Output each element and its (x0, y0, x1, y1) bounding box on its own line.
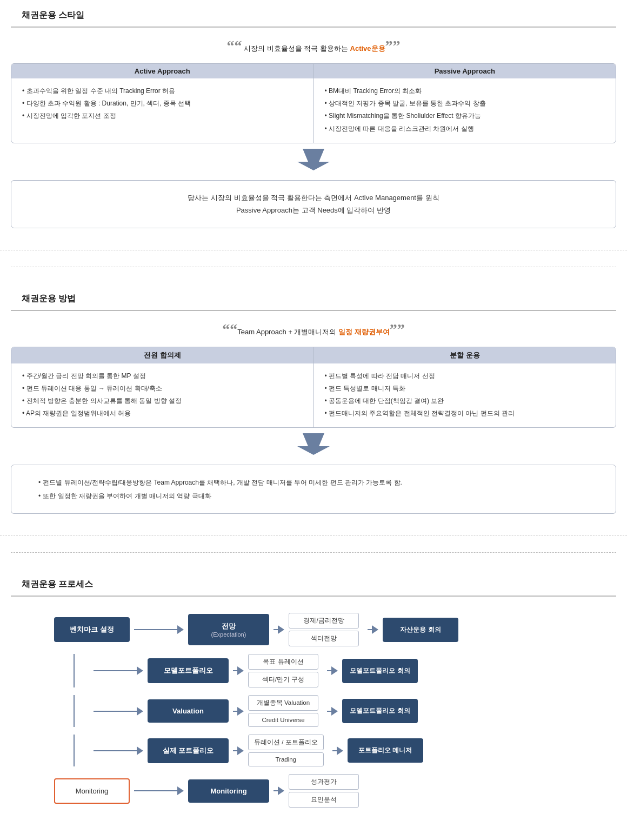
consensus-item-3: 전체적 방향은 충분한 의사교류를 통해 동일 방향 설정 (22, 395, 303, 407)
consensus-box: 전원 합의제 주간/월간 금리 전망 회의를 통한 MP 설정 펀드 듀레이션 … (11, 347, 314, 428)
expectation-box: 전망 (Expectation) (188, 614, 269, 645)
consensus-item-1: 주간/월간 금리 전망 회의를 통한 MP 설정 (22, 370, 303, 382)
sector-outlook-box: 섹터전망 (289, 631, 359, 646)
split-item-2: 펀드 특성별로 매니저 특화 (325, 382, 605, 395)
actual-portfolio-title: 실제 포트폴리오 (156, 746, 220, 756)
monitoring-left-label: Monitoring (76, 787, 109, 795)
split-item-1: 펀드별 특성에 따라 전담 매니저 선정 (325, 370, 605, 382)
left-quote-mark: ““ (226, 37, 242, 54)
quote-prefix: 시장의 비효율성을 적극 활용하는 (242, 44, 350, 52)
arrow-r4 (137, 746, 143, 755)
passive-approach-box: Passive Approach BM대비 Tracking Error의 최소… (314, 64, 616, 143)
split-item-4: 펀드매니저의 주요역할은 전체적인 전략결정이 아닌 펀드의 관리 (325, 407, 605, 420)
valuation-box: Valuation (148, 699, 229, 723)
arrow-r2 (137, 666, 143, 675)
economic-outlook-box: 경제/금리전망 (289, 613, 359, 629)
arrow-r3 (137, 707, 143, 716)
summary-box-2: •펀드별 듀레이션/전략수립/대응방향은 Team Approach를 채택하나… (11, 465, 616, 514)
active-content: 초과수익을 위한 일정 수준 내의 Tracking Error 허용 다양한 … (22, 85, 303, 123)
summary-text-1: 당사는 시장의 비효율성을 적극 활용한다는 측면에서 Active Manag… (28, 191, 599, 217)
passive-content: BM대비 Tracking Error의 최소화 상대적인 저평가 종목 발굴,… (325, 85, 605, 135)
passive-item-4: 시장전망에 따른 대응을 리스크관리 차원에서 실행 (325, 123, 605, 135)
consensus-item-2: 펀드 듀레이션 대응 통일 → 듀레이션 확대/축소 (22, 382, 303, 395)
section1-quote: ““ 시장의 비효율성을 적극 활용하는 Active운용”” (11, 38, 616, 54)
split-header: 분할 운용 (314, 347, 616, 363)
split-content: 펀드별 특성에 따라 전담 매니저 선정 펀드 특성별로 매니저 특화 공동운용… (325, 370, 605, 420)
quote-prefix-2: Team Approach + 개별매니저의 (237, 328, 338, 336)
portfolio-manager-box: 포트폴리오 메니저 (348, 738, 423, 763)
arrow-r1 (177, 625, 184, 634)
model-portfolio-title: 모델포트폴리오 (156, 666, 220, 676)
summary-item-2: •또한 일정한 재량권을 부여하여 개별 매니저의 역량 극대화 (38, 490, 599, 502)
expectation-title: 전망 (197, 621, 261, 631)
arrow-r5b (278, 786, 284, 795)
left-quote-mark-2: ““ (222, 321, 237, 338)
method-boxes: 전원 합의제 주간/월간 금리 전망 회의를 통한 MP 설정 펀드 듀레이션 … (11, 347, 616, 428)
benchmark-box: 벤치마크 설정 (54, 617, 130, 642)
active-item-3: 시장전망에 입각한 포지션 조정 (22, 110, 303, 122)
arrow-r1b (278, 625, 284, 634)
target-duration-box: 목표 듀레이션 (248, 654, 318, 670)
split-list: 펀드별 특성에 따라 전담 매니저 선정 펀드 특성별로 매니저 특화 공동운용… (325, 370, 605, 420)
asset-meeting-box: 자산운용 회의 (383, 618, 458, 642)
approach-boxes: Active Approach 초과수익을 위한 일정 수준 내의 Tracki… (11, 63, 616, 143)
right-quote-mark: ”” (385, 37, 401, 54)
active-approach-box: Active Approach 초과수익을 위한 일정 수준 내의 Tracki… (11, 64, 314, 143)
consensus-content: 주간/월간 금리 전망 회의를 통한 MP 설정 펀드 듀레이션 대응 통일 →… (22, 370, 303, 420)
section1-title: 채권운용 스타일 (11, 0, 616, 28)
split-item-3: 공동운용에 대한 단점(책임감 결여) 보완 (325, 395, 605, 407)
passive-header: Passive Approach (314, 64, 616, 78)
svg-marker-1 (297, 433, 330, 455)
valuation-title: Valuation (156, 707, 220, 715)
arrow-r2b (237, 666, 244, 675)
arrow-r5 (177, 786, 184, 795)
quote-highlight-2: 일정 재량권부여 (338, 328, 390, 336)
duration-portfolio-box: 듀레이션 / 포트폴리오 (248, 735, 324, 750)
sector-maturity-box: 섹터/만기 구성 (248, 672, 318, 687)
trading-box: Trading (248, 752, 324, 766)
credit-universe-box: Credit Universe (248, 713, 318, 727)
model-meeting1-box: 모델포트폴리오 회의 (342, 659, 418, 683)
consensus-header: 전원 합의제 (11, 347, 314, 363)
summary-box-1: 당사는 시장의 비효율성을 적극 활용한다는 측면에서 Active Manag… (11, 180, 616, 228)
individual-valuation-box: 개별종목 Valuation (248, 695, 318, 711)
quote-highlight: Active운용 (350, 44, 385, 52)
arrow-down-1 (11, 143, 616, 180)
consensus-item-4: AP의 재량권은 일정범위내에서 허용 (22, 407, 303, 420)
active-list: 초과수익을 위한 일정 수준 내의 Tracking Error 허용 다양한 … (22, 85, 303, 123)
active-item-1: 초과수익을 위한 일정 수준 내의 Tracking Error 허용 (22, 85, 303, 97)
benchmark-label: 벤치마크 설정 (70, 625, 114, 633)
monitoring-center-box: Monitoring (188, 779, 269, 803)
model-meeting2-box: 모델포트폴리오 회의 (342, 699, 418, 723)
monitoring-left-box: Monitoring (54, 778, 130, 804)
monitoring-center-title: Monitoring (197, 787, 261, 795)
active-header: Active Approach (11, 64, 314, 78)
expectation-sub: (Expectation) (197, 631, 261, 638)
passive-item-2: 상대적인 저평가 종목 발굴, 보유를 통한 초과수익 창출 (325, 97, 605, 110)
arrow-r4b (237, 746, 244, 755)
section3-title: 채권운용 프로세스 (11, 569, 616, 597)
active-item-2: 다양한 초과 수익원 활용 : Duration, 만기, 섹터, 종목 선택 (22, 97, 303, 110)
arrow-down-2 (11, 428, 616, 465)
factor-analysis-box: 요인분석 (289, 792, 359, 808)
right-quote-mark-2: ”” (390, 321, 405, 338)
arrow-r4c (337, 746, 343, 755)
passive-item-3: Slight Mismatching을 통한 Sholiulder Effect… (325, 110, 605, 122)
arrow-r1c (372, 625, 378, 634)
passive-list: BM대비 Tracking Error의 최소화 상대적인 저평가 종목 발굴,… (325, 85, 605, 135)
split-mgmt-box: 분할 운용 펀드별 특성에 따라 전담 매니저 선정 펀드 특성별로 매니저 특… (314, 347, 616, 428)
svg-marker-0 (297, 149, 330, 170)
arrow-r2c (331, 666, 338, 675)
section2-quote: ““Team Approach + 개별매니저의 일정 재량권부여”” (11, 322, 616, 337)
section2-title: 채권운용 방법 (11, 283, 616, 311)
performance-eval-box: 성과평가 (289, 774, 359, 790)
passive-item-1: BM대비 Tracking Error의 최소화 (325, 85, 605, 97)
arrow-r3b (237, 707, 244, 716)
actual-portfolio-box: 실제 포트폴리오 (148, 738, 229, 763)
arrow-r3c (331, 707, 338, 716)
summary-item-1: •펀드별 듀레이션/전략수립/대응방향은 Team Approach를 채택하나… (38, 476, 599, 489)
consensus-list: 주간/월간 금리 전망 회의를 통한 MP 설정 펀드 듀레이션 대응 통일 →… (22, 370, 303, 420)
model-portfolio-box: 모델포트폴리오 (148, 658, 229, 683)
